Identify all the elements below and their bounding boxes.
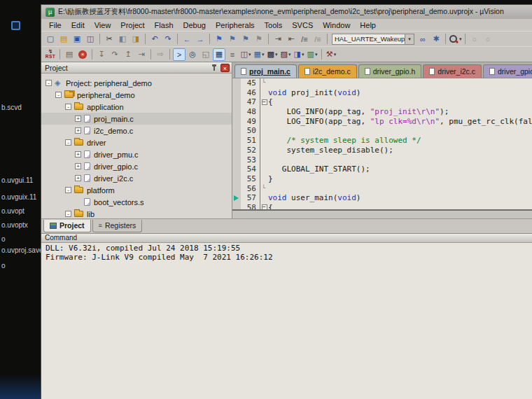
editor-tab-i2c-demo-c[interactable]: i2c_demo.c [298,64,357,78]
incremental-find-button[interactable]: ✱ [430,33,442,46]
menu-window[interactable]: Window [318,20,355,30]
bookmark-clear-button[interactable]: ⚑ [253,33,265,46]
memory-window-button[interactable]: ▦▾ [253,48,265,61]
analysis-window-dropdown-icon[interactable]: ▾ [288,52,291,57]
trace-window-dropdown-icon[interactable]: ▾ [302,52,304,57]
menu-help[interactable]: Help [355,20,381,30]
expand-toggle[interactable]: + [75,115,81,122]
code-text[interactable]: void user_main(void) [268,193,532,203]
tree-item-proj-main-c[interactable]: +proj_main.c [41,113,232,125]
save-button[interactable]: ▣ [71,33,83,46]
combo-dropdown-icon[interactable]: ▾ [405,34,414,44]
tree-item-boot-vectors-s[interactable]: boot_vectors.s [41,196,232,208]
code-text[interactable]: system_sleep_disable(); [268,146,532,155]
editor-tab-driver-gpio-h[interactable]: driver_gpio.h [358,64,422,78]
comment-selection-button[interactable]: /≡ [298,33,311,46]
menu-file[interactable]: File [44,20,66,30]
watch-window-button[interactable]: ◫▾ [239,48,252,61]
menu-edit[interactable]: Edit [66,20,90,30]
background-file-label[interactable]: b.scvd [1,104,41,111]
expand-toggle[interactable]: - [65,211,71,217]
navigate-back-button[interactable]: ← [181,33,193,46]
expand-toggle[interactable]: - [55,92,62,98]
code-text[interactable] [268,184,532,194]
fold-collapse-icon[interactable]: − [262,204,267,209]
search-dropdown-icon[interactable]: ▾ [459,36,462,42]
menu-svcs[interactable]: SVCS [287,20,318,30]
configure-tools-dropdown-icon[interactable]: ▾ [334,52,337,57]
bookmark-toggle-button[interactable]: ⚑ [213,33,225,46]
function-combo[interactable]: HAL_UARTEx_WakeupCal▾ [332,34,414,45]
step-out-button[interactable]: ↥ [122,48,134,61]
call-stack-window-button[interactable]: ≡ [226,48,239,61]
tree-item-lib[interactable]: -lib [41,208,232,218]
navigate-forward-button[interactable]: → [194,33,206,46]
tree-item-driver[interactable]: -driver [41,136,232,148]
command-output[interactable]: DLL: V6.32i, compiled Jul 24 2018 15:19:… [41,243,532,399]
background-file-label[interactable]: o.uvoptx [1,221,41,229]
code-text[interactable]: } [268,174,532,184]
tab-registers[interactable]: ≡ Registers [92,220,143,232]
expand-toggle[interactable]: + [75,163,81,169]
editor-tab-driver-i2c-c[interactable]: driver_i2c.c [423,64,482,78]
expand-toggle[interactable]: - [65,104,71,110]
expand-toggle[interactable]: + [75,127,81,134]
menu-flash[interactable]: Flash [150,20,178,30]
expand-toggle[interactable]: + [75,151,81,158]
editor-tab-driver-gpio-c[interactable]: driver_gpio.c [483,64,532,78]
code-text[interactable]: GLOBAL_INT_START(); [268,164,532,174]
paste-button[interactable]: ◨ [130,33,142,46]
tree-item-driver-gpio-c[interactable]: +driver_gpio.c [41,160,232,172]
memory-window-dropdown-icon[interactable]: ▾ [262,52,265,57]
code-text[interactable]: /* system sleep is allowed */ [268,136,532,146]
code-text[interactable]: LOG_INFO(app_tag, "lp clk=%d\r\n", pmu_g… [268,117,532,127]
show-next-statement-button[interactable]: ▤ [63,48,76,61]
run-to-line-button[interactable]: ⇥ [135,48,148,61]
save-all-button[interactable]: ◫ [84,33,97,46]
tab-project[interactable]: Project [43,220,91,232]
tree-item-driver-i2c-c[interactable]: +driver_i2c.c [41,172,232,184]
indent-button[interactable]: ⇥ [272,33,284,46]
menu-peripherals[interactable]: Peripherals [211,20,260,30]
tree-item-peripheral-demo[interactable]: -peripheral_demo [41,89,232,101]
expand-toggle[interactable]: - [65,187,71,193]
redo-button[interactable]: ↷ [162,33,174,46]
copy-button[interactable]: ◧ [116,33,129,46]
tree-item-platform[interactable]: -platform [41,184,232,196]
code-text[interactable] [268,78,532,88]
bookmark-prev-button[interactable]: ⚑ [226,33,239,46]
code-text[interactable]: { [268,97,532,107]
editor-tab-proj-main-c[interactable]: proj_main.c [234,64,297,78]
horizontal-scrollbar[interactable] [232,209,532,218]
expand-toggle[interactable]: - [65,139,71,146]
step-over-button[interactable]: ↷ [108,48,121,61]
search-button[interactable]: ▾ [449,33,462,46]
uncomment-selection-button[interactable]: /≡ [312,33,324,46]
help-back-button[interactable]: ○ [468,33,481,46]
analysis-window-button[interactable]: ▨▾ [279,48,292,61]
stop-debug-button[interactable]: × [76,48,89,61]
close-icon[interactable]: × [220,64,230,72]
tree-item-driver-pmu-c[interactable]: +driver_pmu.c [41,148,232,160]
undo-button[interactable]: ↶ [148,33,161,46]
serial-window-button[interactable]: ▩▾ [266,48,279,61]
menu-project[interactable]: Project [115,20,149,30]
serial-window-dropdown-icon[interactable]: ▾ [275,52,278,57]
desktop-app-icon[interactable] [11,21,20,30]
new-file-button[interactable]: ▢ [44,33,57,46]
code-text[interactable] [268,126,532,136]
configure-tools-button[interactable]: ⚒▾ [325,48,337,61]
outdent-button[interactable]: ⇤ [285,33,298,46]
find-in-files-button[interactable]: ∞ [416,33,429,46]
expand-toggle[interactable]: - [46,80,52,86]
code-text[interactable]: void proj_init(void) [268,88,532,98]
menu-tools[interactable]: Tools [260,20,288,30]
open-file-button[interactable]: ▤ [57,33,70,46]
tree-item-project-peripheral-demo[interactable]: -◈Project: peripheral_demo [41,77,232,89]
reset-cpu-button[interactable]: ↯RST [44,48,57,61]
background-file-label[interactable]: o.uvproj.saved [1,246,41,254]
code-text[interactable]: LOG_INFO(app_tag, "proj_init\r\n"); [268,107,532,117]
menu-debug[interactable]: Debug [178,20,211,30]
code-text[interactable]: { [268,203,532,209]
background-file-label[interactable]: o.uvguix.11 [1,193,41,201]
